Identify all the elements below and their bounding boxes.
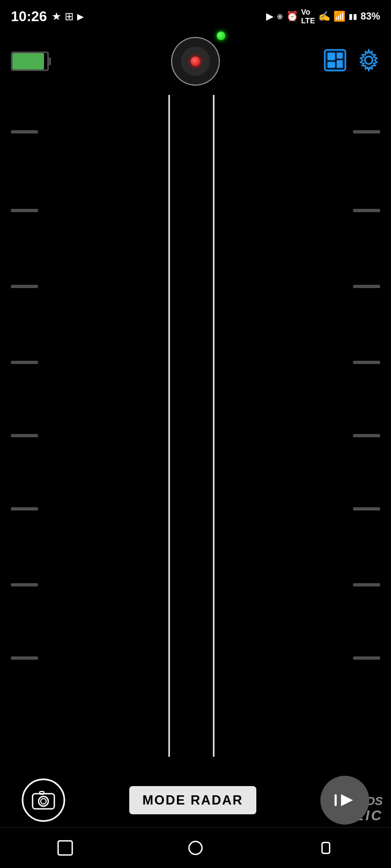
play-icon: ▶	[77, 11, 84, 22]
bottom-controls: MODE RADAR	[0, 776, 391, 825]
settings-icon	[357, 49, 380, 72]
home-button[interactable]	[179, 832, 212, 864]
signal-icon: ✍	[318, 10, 330, 22]
svg-marker-11	[341, 794, 353, 806]
bluetooth-icon: ⎈	[277, 11, 283, 22]
tick-right-8	[353, 656, 380, 660]
battery-percent: 83%	[361, 11, 380, 22]
svg-rect-2	[327, 53, 335, 60]
lte-icon: VoLTE	[301, 8, 315, 25]
status-left: 10:26 ★ ⊞ ▶	[11, 8, 84, 25]
top-right-icons	[324, 49, 380, 72]
tick-left-5	[11, 434, 38, 437]
tick-left-6	[11, 507, 38, 510]
nav-bar	[0, 827, 391, 868]
led-red	[191, 56, 200, 66]
status-icons-left: ★ ⊞ ▶	[52, 10, 84, 23]
svg-rect-3	[337, 53, 343, 59]
camera-lens-inner	[181, 47, 210, 76]
tick-left-8	[11, 656, 38, 660]
hotspot-icon: ★	[52, 10, 61, 23]
video-icon	[331, 787, 358, 814]
status-bar: 10:26 ★ ⊞ ▶ ▶ ⎈ ⏰ VoLTE ✍ 📶 ▮▮ 83%	[0, 0, 391, 33]
vertical-guide-right	[213, 95, 215, 757]
tick-left-1	[11, 130, 38, 133]
recent-icon	[316, 838, 336, 858]
tick-right-7	[353, 583, 380, 586]
location-icon: ▶	[266, 10, 274, 22]
battery-fill	[12, 53, 44, 69]
status-right: ▶ ⎈ ⏰ VoLTE ✍ 📶 ▮▮ 83%	[266, 8, 380, 25]
qr-icon: ⊞	[65, 10, 74, 23]
tick-left-2	[11, 209, 38, 212]
svg-point-6	[365, 56, 373, 64]
battery-indicator	[11, 52, 49, 71]
recent-button[interactable]	[310, 832, 342, 864]
video-record-button[interactable]	[320, 776, 369, 825]
svg-point-9	[41, 799, 46, 804]
home-icon	[186, 838, 205, 858]
settings-button[interactable]	[357, 49, 380, 72]
tick-right-5	[353, 434, 380, 437]
svg-rect-15	[322, 843, 330, 853]
svg-rect-13	[58, 841, 72, 855]
photo-button[interactable]	[22, 778, 65, 822]
tick-right-3	[353, 285, 380, 288]
camera-icon	[31, 788, 55, 812]
tick-right-2	[353, 209, 380, 212]
status-time: 10:26	[11, 8, 47, 25]
camera-lens-button[interactable]	[171, 37, 220, 86]
vertical-guide-left	[168, 95, 170, 757]
tick-right-4	[353, 361, 380, 364]
back-icon	[55, 838, 75, 858]
svg-rect-5	[327, 62, 335, 68]
svg-rect-12	[335, 794, 337, 806]
tick-right-6	[353, 507, 380, 510]
mode-label[interactable]: MODE RADAR	[129, 786, 256, 814]
back-button[interactable]	[49, 832, 81, 864]
tick-left-3	[11, 285, 38, 288]
led-green	[217, 31, 225, 40]
svg-rect-4	[337, 60, 343, 68]
tick-left-7	[11, 583, 38, 586]
alarm-icon: ⏰	[286, 10, 298, 22]
gallery-icon	[324, 49, 346, 72]
battery-icon: ▮▮	[349, 12, 357, 21]
svg-point-8	[39, 796, 48, 806]
svg-rect-10	[40, 792, 44, 794]
tick-right-1	[353, 130, 380, 133]
tick-left-4	[11, 361, 38, 364]
wifi-icon: 📶	[333, 10, 345, 22]
svg-point-14	[189, 841, 202, 854]
gallery-button[interactable]	[324, 49, 346, 72]
